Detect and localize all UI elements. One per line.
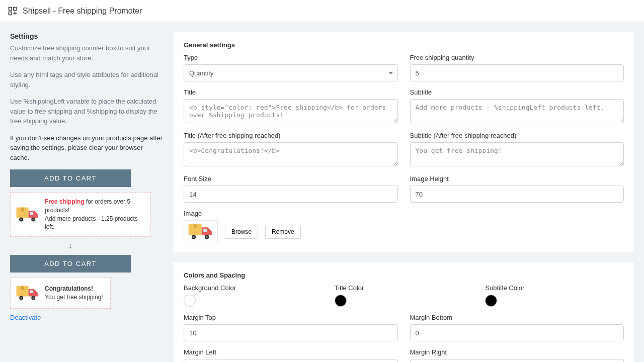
promo2-sub: You get free shipping! [45, 294, 103, 301]
app-title: Shipsell - Free shipping Promoter [23, 7, 142, 16]
ml-input[interactable] [184, 359, 398, 362]
imgh-input[interactable] [410, 186, 624, 203]
subtitle-input[interactable]: Add more products - %shippingLeft produc… [410, 99, 624, 123]
promo2-title: Congratulations! [45, 285, 93, 292]
font-input[interactable] [184, 186, 398, 203]
title-input[interactable]: <b style="color: red">Free shipping</b> … [184, 99, 398, 123]
mb-input[interactable] [410, 324, 624, 341]
sidebar: Settings Customize free shipping counter… [10, 32, 164, 321]
sidebar-p3: Use %shippingLeft variable to place the … [10, 97, 164, 126]
colors-card: Colors and Spacing Background Color Titl… [174, 262, 634, 362]
image-thumb [184, 220, 218, 243]
imgh-label: Image Height [410, 175, 624, 183]
mt-input[interactable] [184, 324, 398, 341]
remove-button[interactable]: Remove [265, 225, 301, 239]
add-to-cart-button[interactable]: ADD TO CART [10, 255, 131, 273]
svg-rect-8 [14, 7, 17, 10]
main: General settings Type Quantity Free ship… [174, 32, 634, 362]
title-color-label: Title Color [335, 284, 473, 292]
qty-input[interactable] [410, 64, 624, 81]
browse-button[interactable]: Browse [225, 225, 258, 239]
bg-color-label: Background Color [184, 284, 323, 292]
mt-label: Margin Top [184, 314, 398, 321]
mr-label: Margin Right [410, 348, 624, 356]
sidebar-p4: If you don't see changes on your product… [10, 133, 164, 163]
deactivate-link[interactable]: Deactivate [10, 314, 41, 321]
truck-icon [16, 283, 40, 303]
general-heading: General settings [184, 41, 624, 49]
general-settings-card: General settings Type Quantity Free ship… [174, 32, 634, 252]
subtitle-after-input[interactable]: You get free shipping! [410, 142, 624, 166]
title-after-label: Title (After free shipping reached) [184, 132, 398, 139]
type-select[interactable]: Quantity [184, 64, 398, 81]
subtitle-color-label: Subtitle Color [485, 284, 624, 292]
promo-preview-after: Congratulations! You get free shipping! [10, 278, 111, 309]
truck-icon [188, 222, 214, 242]
svg-rect-7 [9, 7, 12, 10]
sidebar-p1: Customize free shipping counter box to s… [10, 43, 164, 63]
subtitle-color-swatch[interactable] [485, 295, 497, 307]
ml-label: Margin Left [184, 348, 398, 356]
title-label: Title [184, 88, 398, 96]
promo-preview-before: Free shipping for orders over 5 products… [10, 192, 151, 237]
arrow-down-icon: ↓ [10, 242, 131, 250]
title-color-swatch[interactable] [335, 295, 347, 307]
mb-label: Margin Bottom [410, 314, 624, 321]
mr-input[interactable] [410, 359, 624, 362]
promo-free-label: Free shipping [45, 198, 85, 205]
colors-heading: Colors and Spacing [184, 272, 624, 279]
add-to-cart-button[interactable]: ADD TO CART [10, 169, 131, 187]
qty-label: Free shipping quantity [410, 54, 624, 61]
sidebar-p2: Use any html tags and style attributes f… [10, 70, 164, 89]
subtitle-after-label: Subtitle (After free shipping reached) [410, 132, 624, 139]
bg-color-swatch[interactable] [184, 295, 196, 307]
font-label: Font Size [184, 175, 398, 183]
promo-sub: Add more products - 1.25 products left. [45, 215, 138, 231]
app-icon [8, 6, 18, 16]
type-label: Type [184, 54, 398, 61]
image-label: Image [184, 210, 624, 217]
title-after-input[interactable]: <b>Congratulations!</b> [184, 142, 398, 166]
truck-icon [16, 205, 40, 225]
svg-rect-9 [9, 12, 12, 15]
topbar: Shipsell - Free shipping Promoter [0, 0, 644, 22]
sidebar-heading: Settings [10, 32, 164, 40]
subtitle-label: Subtitle [410, 88, 624, 96]
